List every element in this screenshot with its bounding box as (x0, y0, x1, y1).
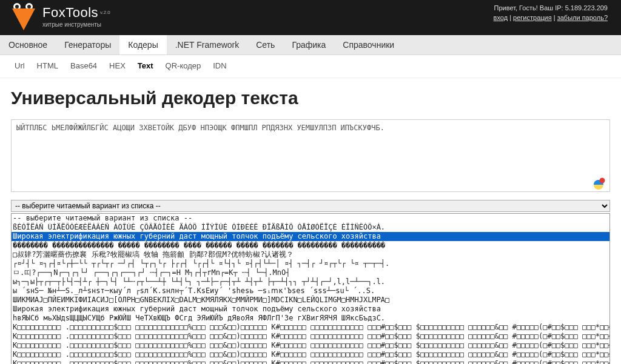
svg-marker-4 (12, 8, 35, 30)
variant-option[interactable]: ы┐─┐ы├┬┌┬─┬├└┤─┤┴┌ ┼─┐└┤ └┴╌┌┬└──┴┼ └┴┤└… (12, 277, 609, 286)
nav-sub-item[interactable]: Url (8, 59, 31, 73)
variant-listbox[interactable]: -- выберите читаемый вариант из списка -… (11, 213, 610, 364)
variant-option[interactable]: К□□□□□□□□□□ .□□□□□□□□□□$□□□ □□□□□□□□□□□□… (12, 332, 609, 341)
site-header: FoxToolsv.2.0 хитрые инструменты Привет,… (0, 0, 621, 35)
svg-point-1 (15, 5, 19, 8)
sub-nav: UrlHTMLBase64HEXTextQR-кодерIDN (0, 55, 621, 78)
page-content: Универсальный декодер текста -- выберите… (0, 78, 621, 364)
nav-main-item[interactable]: Кодеры (119, 35, 166, 55)
nav-sub-item[interactable]: Base64 (64, 59, 103, 73)
variant-option[interactable]: ㅁ.띠?┌──┐N┌─┐┌┐└┘ ┌──┐┌┐┌──┐┌┘ ╌┤┌─┐=H M┐… (12, 268, 609, 277)
nav-main-item[interactable]: Сеть (247, 35, 283, 55)
brand-subtitle: хитрые инструменты (42, 21, 110, 28)
logo[interactable]: FoxToolsv.2.0 хитрые инструменты (11, 2, 110, 30)
variant-option[interactable]: ШИКМИАJ□ПЙЕИМКIФИIАСИJ□[ОЛРН□GNВЕКЛIХ□DА… (12, 296, 609, 305)
fox-logo-icon (11, 2, 36, 30)
main-nav: ОсновноеГенераторыКодеры.NET FrameworkСе… (0, 35, 621, 55)
nav-main-item[interactable]: .NET Framework (167, 35, 248, 55)
register-link[interactable]: регистрация (513, 14, 552, 21)
variant-option[interactable]: hвЯЫСб мьХЫдsЩЦЩЫСУЩб РжЮЙШ ЧеТХвЮЩЪ ФСг… (12, 314, 609, 323)
nav-sub-item[interactable]: HTML (31, 59, 64, 73)
variant-option[interactable]: К□□□□□□□□□□ .□□□□□□□□□□$□□□ □□□□□□□□□□□□… (12, 359, 609, 364)
greeting-text: Привет, Гость! Ваш IP: (494, 4, 565, 12)
grammar-badge-icon[interactable] (592, 177, 605, 190)
variant-option[interactable]: ы ´sнS─ №н┴─S._л┴sнsт─кыy´л ┌sл´K.sнлн┬´… (12, 286, 609, 296)
variant-option[interactable]: �������� �������������� ����� �������� �… (12, 241, 609, 250)
nav-main-item[interactable]: Основное (0, 35, 56, 55)
nav-sub-item[interactable]: HEX (103, 59, 132, 73)
user-block: Привет, Гость! Ваш IP: 5.189.223.209 вхо… (494, 4, 608, 23)
variant-option[interactable]: ßÉÒÏËÁÑ ÜÌÅËÔÒÉÆÉËÁÃÉÑ ÁÖÎÙÈ ÇÕÂÅÒÎÉÊ ÄÁ… (12, 223, 609, 232)
variant-option[interactable]: К□□□□□□□□□□ .□□□□□□□□□□$□□□ □□□□□□□□□□□□… (12, 341, 609, 350)
brand-name: FoxTools (42, 5, 98, 20)
svg-point-6 (600, 178, 605, 184)
variant-option[interactable]: -- выберите читаемый вариант из списка -… (12, 214, 609, 223)
brand-version: v.2.0 (100, 10, 110, 15)
nav-sub-item[interactable]: IDN (207, 59, 232, 73)
user-ip: 5.189.223.209 (565, 4, 608, 12)
variant-option[interactable]: Широкая электрификация южных губерний да… (12, 305, 609, 314)
variant-option[interactable]: □叔肄?芳灑暱薔伤撩襄 乐秕?牧罷椒塙 牧轴 拖箭龥 韵鄰?郡侃М?优特蚄椒?认… (12, 250, 609, 259)
variant-option[interactable]: ┌¤┘┤└ ¤┐┌┤¤└┌┼─└└ ┬┌└┬┌ ─┘┌┤ └┬┌┐└┌ ├┌┌┤… (12, 259, 609, 268)
nav-main-item[interactable]: Генераторы (56, 35, 119, 55)
variant-option[interactable]: К□□□□□□□□□□ .□□□□□□□□□□$□□□ □□□□□□□□□□□□… (12, 323, 609, 332)
input-textarea[interactable] (11, 119, 610, 192)
nav-main-item[interactable]: Графика (283, 35, 334, 55)
nav-sub-item[interactable]: Text (132, 59, 159, 73)
nav-sub-item[interactable]: QR-кодер (159, 59, 207, 73)
forgot-password-link[interactable]: забыли пароль? (557, 14, 608, 21)
variant-select[interactable]: -- выберите читаемый вариант из списка -… (11, 200, 610, 212)
nav-main-item[interactable]: Справочники (334, 35, 403, 55)
svg-point-3 (27, 5, 31, 8)
variant-option[interactable]: Широкая электрификация южных губерний да… (12, 232, 609, 241)
page-title: Универсальный декодер текста (11, 88, 610, 108)
login-link[interactable]: вход (494, 14, 508, 21)
variant-option[interactable]: К□□□□□□□□□□ .□□□□□□□□□□$□□□ □□□□□□□□□□□□… (12, 350, 609, 359)
